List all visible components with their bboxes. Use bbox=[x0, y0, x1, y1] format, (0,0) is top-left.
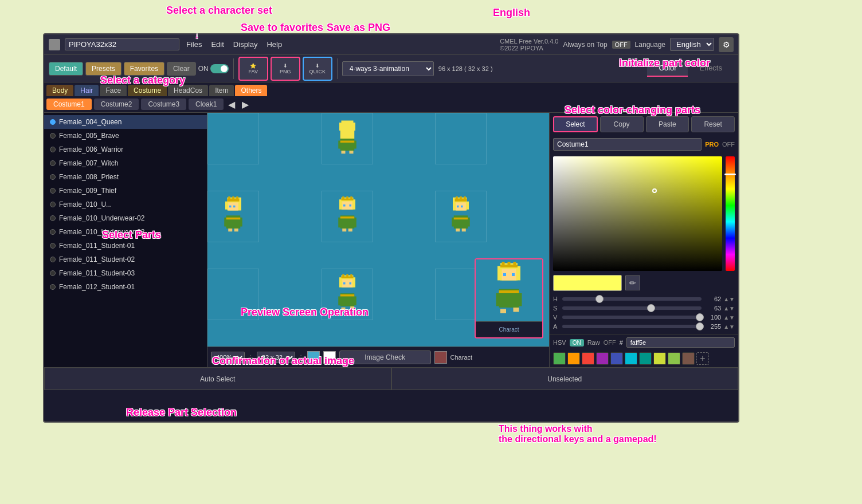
always-on-top-toggle[interactable]: OFF bbox=[612, 41, 630, 49]
cat-hair[interactable]: Hair bbox=[75, 85, 99, 96]
h-thumb[interactable] bbox=[595, 295, 604, 303]
annotation-release-part: Release Part Selection bbox=[126, 407, 237, 419]
cat-item[interactable]: Item bbox=[209, 85, 234, 96]
svg-rect-74 bbox=[496, 293, 522, 306]
part-radio bbox=[50, 202, 56, 207]
color-gradient[interactable] bbox=[553, 156, 722, 271]
subtab-costume3[interactable]: Costume3 bbox=[141, 99, 186, 110]
tab-clear[interactable]: Clear bbox=[167, 62, 196, 76]
reset-button[interactable]: Reset bbox=[691, 116, 735, 132]
part-name-input[interactable] bbox=[553, 138, 702, 151]
select-button[interactable]: Select bbox=[553, 116, 598, 132]
swatch-4[interactable] bbox=[610, 352, 623, 365]
color-preview-box bbox=[553, 275, 622, 291]
preview-sub-sprite bbox=[486, 262, 532, 319]
raw-toggle[interactable]: OFF bbox=[604, 339, 616, 346]
swatch-2[interactable] bbox=[582, 352, 594, 365]
hue-indicator bbox=[724, 174, 736, 175]
swatch-1[interactable] bbox=[567, 352, 580, 365]
menu-files[interactable]: Files bbox=[186, 40, 202, 49]
annotation-confirmation: Confirmation of actual image bbox=[212, 355, 354, 367]
part-radio bbox=[50, 188, 56, 194]
s-arrows[interactable]: ▲▼ bbox=[723, 305, 735, 312]
h-arrows[interactable]: ▲▼ bbox=[723, 296, 735, 302]
hsv-on-toggle[interactable]: ON bbox=[570, 339, 584, 346]
v-slider[interactable] bbox=[562, 316, 702, 319]
annotation-preview-op: Preview Screen Operation bbox=[241, 306, 369, 318]
swatch-8[interactable] bbox=[668, 352, 680, 365]
part-item[interactable]: Female_010_Underwear-02 bbox=[44, 211, 207, 225]
language-select[interactable]: English bbox=[670, 38, 714, 51]
v-arrows[interactable]: ▲▼ bbox=[723, 314, 735, 321]
cat-headcos[interactable]: HeadCos bbox=[168, 85, 208, 96]
part-radio bbox=[50, 229, 56, 235]
subtab-cloak1[interactable]: Cloak1 bbox=[189, 99, 224, 110]
swatch-9[interactable] bbox=[682, 352, 695, 365]
subtab-costume2[interactable]: Costume2 bbox=[94, 99, 139, 110]
svg-rect-70 bbox=[502, 262, 505, 266]
tab-default[interactable]: Default bbox=[49, 62, 83, 76]
settings-button[interactable]: ⚙ bbox=[719, 37, 734, 52]
a-slider[interactable] bbox=[562, 325, 702, 328]
auto-select-button[interactable]: Auto Select bbox=[44, 368, 391, 390]
swatch-add[interactable]: + bbox=[696, 352, 709, 365]
part-item[interactable]: Female_012_Student-01 bbox=[44, 280, 207, 294]
subtab-next[interactable]: ▶ bbox=[240, 99, 251, 110]
png-button[interactable]: ⬇ PNG bbox=[271, 57, 300, 81]
tab-favorites[interactable]: Favorites bbox=[124, 62, 164, 76]
cat-others[interactable]: Others bbox=[235, 85, 267, 96]
v-thumb[interactable] bbox=[696, 313, 704, 321]
menu-display[interactable]: Display bbox=[233, 40, 258, 49]
h-value: 62 bbox=[704, 296, 721, 302]
swatch-5[interactable] bbox=[625, 352, 637, 365]
svg-rect-35 bbox=[348, 229, 352, 231]
animation-select[interactable]: 4-ways 3-animation bbox=[342, 61, 434, 76]
part-item[interactable]: Female_010_U... bbox=[44, 198, 207, 211]
s-slider[interactable] bbox=[562, 306, 702, 310]
eyedropper-button[interactable]: ✏ bbox=[625, 275, 640, 290]
color-hue-bar[interactable] bbox=[726, 156, 735, 271]
grid-cell bbox=[435, 113, 487, 164]
hex-input[interactable] bbox=[626, 337, 735, 348]
svg-rect-43 bbox=[460, 196, 463, 199]
cat-body[interactable]: Body bbox=[46, 85, 73, 96]
swatch-6[interactable] bbox=[639, 352, 652, 365]
part-radio bbox=[50, 133, 56, 139]
toggle-switch[interactable] bbox=[210, 64, 229, 73]
unselected-button[interactable]: Unselected bbox=[391, 368, 739, 390]
menu-help[interactable]: Help bbox=[267, 40, 282, 49]
chara-color-box[interactable] bbox=[434, 351, 447, 364]
swatch-7[interactable] bbox=[653, 352, 666, 365]
part-item[interactable]: Female_005_Brave bbox=[44, 129, 207, 143]
quick-button[interactable]: ⬇ QUICK bbox=[303, 57, 332, 81]
part-item[interactable]: Female_011_Student-03 bbox=[44, 266, 207, 280]
a-arrows[interactable]: ▲▼ bbox=[723, 324, 735, 330]
part-item[interactable]: Female_007_Witch bbox=[44, 156, 207, 170]
swatch-0[interactable] bbox=[553, 352, 566, 365]
part-item[interactable]: Female_011_Student-02 bbox=[44, 253, 207, 266]
annotation-save-png: Save as PNG bbox=[327, 22, 390, 34]
part-item[interactable]: Female_009_Thief bbox=[44, 184, 207, 198]
tab-presets[interactable]: Presets bbox=[85, 62, 122, 76]
part-item[interactable]: Female_004_Queen bbox=[44, 115, 207, 129]
subtab-prev[interactable]: ◀ bbox=[226, 99, 237, 110]
a-slider-row: A 255 ▲▼ bbox=[553, 323, 735, 330]
on-toggle[interactable]: ON bbox=[198, 64, 229, 73]
menu-edit[interactable]: Edit bbox=[211, 40, 224, 49]
color-swatches: + bbox=[550, 350, 738, 367]
svg-rect-15 bbox=[232, 196, 234, 199]
paste-button[interactable]: Paste bbox=[646, 116, 689, 132]
fav-button[interactable]: ⭐ FAV bbox=[238, 57, 268, 81]
svg-rect-60 bbox=[338, 297, 356, 306]
swatch-3[interactable] bbox=[596, 352, 609, 365]
a-thumb[interactable] bbox=[696, 322, 704, 330]
cat-face[interactable]: Face bbox=[100, 85, 127, 96]
h-slider[interactable] bbox=[562, 297, 702, 301]
cat-costume[interactable]: Costume bbox=[128, 85, 167, 96]
character-set-input[interactable] bbox=[65, 38, 179, 50]
s-thumb[interactable] bbox=[647, 304, 655, 312]
copy-button[interactable]: Copy bbox=[600, 116, 644, 132]
part-item[interactable]: Female_006_Warrior bbox=[44, 143, 207, 156]
part-item[interactable]: Female_008_Priest bbox=[44, 170, 207, 184]
subtab-costume1[interactable]: Costume1 bbox=[46, 99, 92, 110]
